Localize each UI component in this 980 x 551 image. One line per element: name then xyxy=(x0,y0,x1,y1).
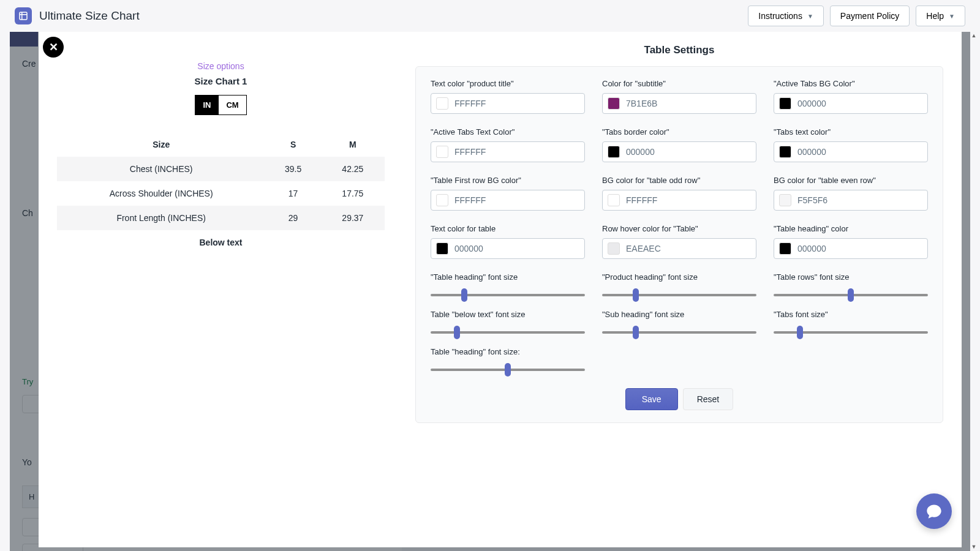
color-field: "Active Tabs BG Color" xyxy=(774,79,928,114)
color-input[interactable] xyxy=(431,93,585,114)
chat-icon xyxy=(925,503,943,520)
color-field: BG color for "table even row" xyxy=(774,176,928,211)
slider-track[interactable] xyxy=(774,294,928,296)
payment-policy-button[interactable]: Payment Policy xyxy=(830,6,910,26)
slider-track[interactable] xyxy=(602,294,756,296)
color-input[interactable] xyxy=(774,190,928,211)
size-th: S xyxy=(265,132,320,157)
slider-field: Table "below text" font size xyxy=(431,310,585,334)
color-input[interactable] xyxy=(602,190,756,211)
field-label: Table "heading" font size: xyxy=(431,347,585,356)
slider-track[interactable] xyxy=(431,331,585,334)
table-row: Across Shoulder (INCHES) 17 17.75 xyxy=(57,181,385,206)
slider-thumb[interactable] xyxy=(461,288,467,302)
caret-down-icon: ▼ xyxy=(949,13,955,20)
slider-thumb[interactable] xyxy=(797,326,803,339)
color-value-input[interactable] xyxy=(797,244,922,253)
color-value-input[interactable] xyxy=(626,195,751,205)
slider-thumb[interactable] xyxy=(848,288,854,302)
color-field: Text color for table xyxy=(431,224,585,259)
field-label: Row hover color for "Table" xyxy=(602,224,756,233)
settings-card: Text color "product title"Color for "sub… xyxy=(415,66,943,423)
color-value-input[interactable] xyxy=(626,99,751,108)
color-value-input[interactable] xyxy=(626,147,751,157)
color-field: Text color "product title" xyxy=(431,79,585,114)
color-value-input[interactable] xyxy=(626,244,751,253)
size-table: Size S M Chest (INCHES) 39.5 42.25 Acros… xyxy=(57,132,385,230)
table-cell: 29.37 xyxy=(321,206,385,230)
field-label: "Table rows" font size xyxy=(774,272,928,282)
modal: Size options Size Chart 1 IN CM Size S M… xyxy=(39,32,962,547)
color-field: BG color for "table odd row" xyxy=(602,176,756,211)
slider-track[interactable] xyxy=(602,331,756,334)
color-field: "Tabs border color" xyxy=(602,127,756,162)
color-input[interactable] xyxy=(602,238,756,259)
color-value-input[interactable] xyxy=(454,195,579,205)
color-swatch xyxy=(779,242,791,255)
svg-rect-0 xyxy=(20,12,27,20)
color-value-input[interactable] xyxy=(454,99,579,108)
help-label: Help xyxy=(926,11,944,21)
scroll-up-icon: ▲ xyxy=(971,33,977,39)
unit-in-button[interactable]: IN xyxy=(195,95,218,115)
slider-track[interactable] xyxy=(431,294,585,296)
color-input[interactable] xyxy=(602,93,756,114)
color-value-input[interactable] xyxy=(797,99,922,108)
slider-thumb[interactable] xyxy=(454,326,460,339)
size-th: Size xyxy=(57,132,265,157)
color-field: "Tabs text color" xyxy=(774,127,928,162)
field-label: "Table First row BG color" xyxy=(431,176,585,185)
close-button[interactable]: ✕ xyxy=(43,37,64,58)
slider-thumb[interactable] xyxy=(633,326,639,339)
color-value-input[interactable] xyxy=(797,195,922,205)
slider-field: "Tabs font size" xyxy=(774,310,928,334)
color-input[interactable] xyxy=(602,141,756,162)
unit-toggle: IN CM xyxy=(57,95,385,115)
unit-cm-button[interactable]: CM xyxy=(218,95,246,115)
table-row: Chest (INCHES) 39.5 42.25 xyxy=(57,157,385,181)
color-input[interactable] xyxy=(431,238,585,259)
color-swatch xyxy=(436,97,448,110)
scroll-down-icon: ▼ xyxy=(971,544,977,550)
scroll-hints: ▲ ▼ xyxy=(970,32,978,551)
slider-field: "Sub heading" font size xyxy=(602,310,756,334)
table-cell: Across Shoulder (INCHES) xyxy=(57,181,265,206)
field-label: "Table heading" font size xyxy=(431,272,585,282)
color-input[interactable] xyxy=(431,190,585,211)
chat-bubble-button[interactable] xyxy=(916,493,952,529)
color-input[interactable] xyxy=(774,141,928,162)
table-cell: 39.5 xyxy=(265,157,320,181)
color-field: Row hover color for "Table" xyxy=(602,224,756,259)
settings-title: Table Settings xyxy=(415,44,943,56)
reset-button[interactable]: Reset xyxy=(683,388,734,410)
field-label: Color for "subtitle" xyxy=(602,79,756,88)
table-row: Front Length (INCHES) 29 29.37 xyxy=(57,206,385,230)
color-field: "Table heading" color xyxy=(774,224,928,259)
field-label: BG color for "table even row" xyxy=(774,176,928,185)
color-input[interactable] xyxy=(774,93,928,114)
slider-track[interactable] xyxy=(774,331,928,334)
slider-thumb[interactable] xyxy=(633,288,639,302)
size-chart-preview: Size options Size Chart 1 IN CM Size S M… xyxy=(39,32,403,547)
instructions-button[interactable]: Instructions ▼ xyxy=(748,6,824,26)
help-button[interactable]: Help ▼ xyxy=(916,6,965,26)
color-value-input[interactable] xyxy=(454,147,579,157)
slider-thumb[interactable] xyxy=(505,363,511,377)
color-swatch xyxy=(436,242,448,255)
field-label: "Product heading" font size xyxy=(602,272,756,282)
color-input[interactable] xyxy=(774,238,928,259)
color-input[interactable] xyxy=(431,141,585,162)
below-text: Below text xyxy=(57,238,385,247)
save-button[interactable]: Save xyxy=(625,388,678,410)
color-value-input[interactable] xyxy=(454,244,579,253)
color-value-input[interactable] xyxy=(797,147,922,157)
slider-track[interactable] xyxy=(431,369,585,371)
slider-field: "Product heading" font size xyxy=(602,272,756,296)
field-label: "Tabs border color" xyxy=(602,127,756,137)
close-icon: ✕ xyxy=(49,40,58,54)
field-label: "Tabs text color" xyxy=(774,127,928,137)
table-cell: 17 xyxy=(265,181,320,206)
color-field: Color for "subtitle" xyxy=(602,79,756,114)
size-options-link[interactable]: Size options xyxy=(57,61,385,71)
color-field: "Active Tabs Text Color" xyxy=(431,127,585,162)
